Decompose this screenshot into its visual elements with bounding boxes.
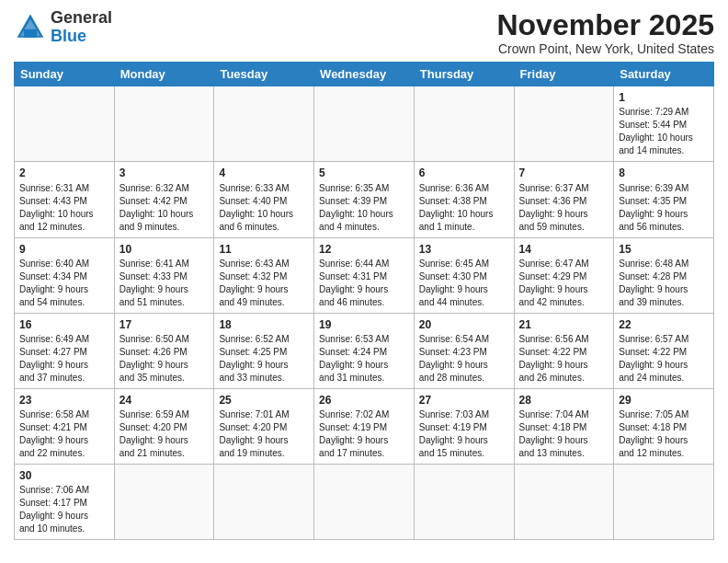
day-info: Sunrise: 7:05 AM Sunset: 4:18 PM Dayligh…	[619, 408, 709, 460]
day-number: 30	[19, 468, 109, 483]
day-info: Sunrise: 6:49 AM Sunset: 4:27 PM Dayligh…	[19, 333, 109, 385]
day-info: Sunrise: 6:37 AM Sunset: 4:36 PM Dayligh…	[519, 182, 609, 234]
calendar-cell	[414, 86, 514, 162]
week-row-4: 16Sunrise: 6:49 AM Sunset: 4:27 PM Dayli…	[15, 313, 714, 388]
day-number: 15	[619, 242, 709, 257]
day-info: Sunrise: 6:36 AM Sunset: 4:38 PM Dayligh…	[419, 182, 509, 234]
day-number: 21	[519, 317, 609, 332]
day-info: Sunrise: 6:58 AM Sunset: 4:21 PM Dayligh…	[19, 408, 109, 460]
calendar-cell: 26Sunrise: 7:02 AM Sunset: 4:19 PM Dayli…	[314, 388, 415, 464]
day-info: Sunrise: 6:43 AM Sunset: 4:32 PM Dayligh…	[219, 258, 309, 309]
calendar-cell	[114, 465, 214, 540]
weekday-header-friday: Friday	[514, 63, 614, 86]
day-number: 25	[219, 393, 309, 408]
day-info: Sunrise: 6:57 AM Sunset: 4:22 PM Dayligh…	[619, 333, 709, 385]
day-number: 12	[319, 242, 409, 257]
day-info: Sunrise: 6:31 AM Sunset: 4:43 PM Dayligh…	[19, 182, 109, 234]
day-info: Sunrise: 6:47 AM Sunset: 4:29 PM Dayligh…	[519, 258, 609, 309]
week-row-2: 2Sunrise: 6:31 AM Sunset: 4:43 PM Daylig…	[15, 162, 714, 237]
calendar-cell: 3Sunrise: 6:32 AM Sunset: 4:42 PM Daylig…	[114, 162, 214, 237]
day-info: Sunrise: 6:54 AM Sunset: 4:23 PM Dayligh…	[419, 333, 509, 385]
week-row-6: 30Sunrise: 7:06 AM Sunset: 4:17 PM Dayli…	[15, 465, 714, 540]
day-info: Sunrise: 6:56 AM Sunset: 4:22 PM Dayligh…	[519, 333, 609, 385]
day-info: Sunrise: 6:39 AM Sunset: 4:35 PM Dayligh…	[619, 182, 709, 234]
calendar-cell: 14Sunrise: 6:47 AM Sunset: 4:29 PM Dayli…	[514, 237, 614, 313]
day-info: Sunrise: 7:03 AM Sunset: 4:19 PM Dayligh…	[419, 408, 509, 460]
day-info: Sunrise: 7:29 AM Sunset: 5:44 PM Dayligh…	[619, 106, 709, 157]
day-number: 4	[219, 166, 309, 180]
calendar-cell: 30Sunrise: 7:06 AM Sunset: 4:17 PM Dayli…	[15, 465, 115, 540]
calendar-cell: 1Sunrise: 7:29 AM Sunset: 5:44 PM Daylig…	[614, 86, 714, 162]
day-number: 7	[519, 166, 609, 180]
day-number: 10	[119, 242, 210, 257]
day-number: 20	[419, 317, 509, 332]
calendar-cell: 12Sunrise: 6:44 AM Sunset: 4:31 PM Dayli…	[314, 237, 415, 313]
weekday-header-wednesday: Wednesday	[314, 63, 415, 86]
week-row-5: 23Sunrise: 6:58 AM Sunset: 4:21 PM Dayli…	[15, 388, 714, 464]
day-number: 18	[219, 317, 309, 332]
calendar-cell	[514, 86, 614, 162]
day-number: 19	[319, 317, 409, 332]
weekday-header-monday: Monday	[114, 63, 214, 86]
calendar-cell: 23Sunrise: 6:58 AM Sunset: 4:21 PM Dayli…	[15, 388, 115, 464]
calendar-cell	[514, 465, 614, 540]
day-info: Sunrise: 6:50 AM Sunset: 4:26 PM Dayligh…	[119, 333, 210, 385]
day-info: Sunrise: 6:35 AM Sunset: 4:39 PM Dayligh…	[319, 182, 409, 234]
calendar-cell: 11Sunrise: 6:43 AM Sunset: 4:32 PM Dayli…	[214, 237, 314, 313]
day-info: Sunrise: 6:52 AM Sunset: 4:25 PM Dayligh…	[219, 333, 309, 385]
day-number: 24	[119, 393, 210, 408]
calendar-cell: 10Sunrise: 6:41 AM Sunset: 4:33 PM Dayli…	[114, 237, 214, 313]
weekday-header-row: SundayMondayTuesdayWednesdayThursdayFrid…	[15, 63, 714, 86]
calendar-cell: 13Sunrise: 6:45 AM Sunset: 4:30 PM Dayli…	[414, 237, 514, 313]
calendar-cell: 28Sunrise: 7:04 AM Sunset: 4:18 PM Dayli…	[514, 388, 614, 464]
calendar-cell: 20Sunrise: 6:54 AM Sunset: 4:23 PM Dayli…	[414, 313, 514, 388]
day-info: Sunrise: 6:32 AM Sunset: 4:42 PM Dayligh…	[119, 182, 210, 234]
calendar-cell	[414, 465, 514, 540]
weekday-header-tuesday: Tuesday	[214, 63, 314, 86]
page-header: GeneralBlue November 2025 Crown Point, N…	[14, 9, 714, 56]
calendar-cell	[114, 86, 214, 162]
calendar-cell: 17Sunrise: 6:50 AM Sunset: 4:26 PM Dayli…	[114, 313, 214, 388]
calendar-cell: 2Sunrise: 6:31 AM Sunset: 4:43 PM Daylig…	[15, 162, 115, 237]
calendar-cell	[214, 86, 314, 162]
svg-rect-2	[24, 29, 37, 38]
day-number: 28	[519, 393, 609, 408]
calendar-cell: 22Sunrise: 6:57 AM Sunset: 4:22 PM Dayli…	[614, 313, 714, 388]
day-number: 16	[19, 317, 109, 332]
day-info: Sunrise: 7:06 AM Sunset: 4:17 PM Dayligh…	[19, 484, 109, 535]
day-number: 13	[419, 242, 509, 257]
week-row-1: 1Sunrise: 7:29 AM Sunset: 5:44 PM Daylig…	[15, 86, 714, 162]
calendar-cell: 4Sunrise: 6:33 AM Sunset: 4:40 PM Daylig…	[214, 162, 314, 237]
day-number: 17	[119, 317, 210, 332]
week-row-3: 9Sunrise: 6:40 AM Sunset: 4:34 PM Daylig…	[15, 237, 714, 313]
day-number: 1	[619, 90, 709, 105]
calendar-cell	[15, 86, 115, 162]
calendar-cell	[314, 86, 415, 162]
day-number: 9	[19, 242, 109, 257]
day-number: 3	[119, 166, 210, 180]
location: Crown Point, New York, United States	[496, 41, 714, 56]
day-info: Sunrise: 6:44 AM Sunset: 4:31 PM Dayligh…	[319, 258, 409, 309]
day-info: Sunrise: 6:41 AM Sunset: 4:33 PM Dayligh…	[119, 258, 210, 309]
logo: GeneralBlue	[14, 9, 112, 46]
day-info: Sunrise: 6:48 AM Sunset: 4:28 PM Dayligh…	[619, 258, 709, 309]
calendar-cell: 18Sunrise: 6:52 AM Sunset: 4:25 PM Dayli…	[214, 313, 314, 388]
day-number: 23	[19, 393, 109, 408]
calendar-cell: 15Sunrise: 6:48 AM Sunset: 4:28 PM Dayli…	[614, 237, 714, 313]
calendar-cell	[614, 465, 714, 540]
calendar-cell: 5Sunrise: 6:35 AM Sunset: 4:39 PM Daylig…	[314, 162, 415, 237]
calendar-cell: 7Sunrise: 6:37 AM Sunset: 4:36 PM Daylig…	[514, 162, 614, 237]
logo-text: GeneralBlue	[51, 9, 112, 46]
calendar-cell: 19Sunrise: 6:53 AM Sunset: 4:24 PM Dayli…	[314, 313, 415, 388]
calendar-cell	[214, 465, 314, 540]
day-info: Sunrise: 6:45 AM Sunset: 4:30 PM Dayligh…	[419, 258, 509, 309]
day-info: Sunrise: 6:59 AM Sunset: 4:20 PM Dayligh…	[119, 408, 210, 460]
weekday-header-sunday: Sunday	[15, 63, 115, 86]
month-title: November 2025	[496, 9, 714, 41]
day-number: 27	[419, 393, 509, 408]
day-number: 11	[219, 242, 309, 257]
day-info: Sunrise: 6:33 AM Sunset: 4:40 PM Dayligh…	[219, 182, 309, 234]
calendar-cell: 8Sunrise: 6:39 AM Sunset: 4:35 PM Daylig…	[614, 162, 714, 237]
day-number: 26	[319, 393, 409, 408]
day-number: 5	[319, 166, 409, 180]
